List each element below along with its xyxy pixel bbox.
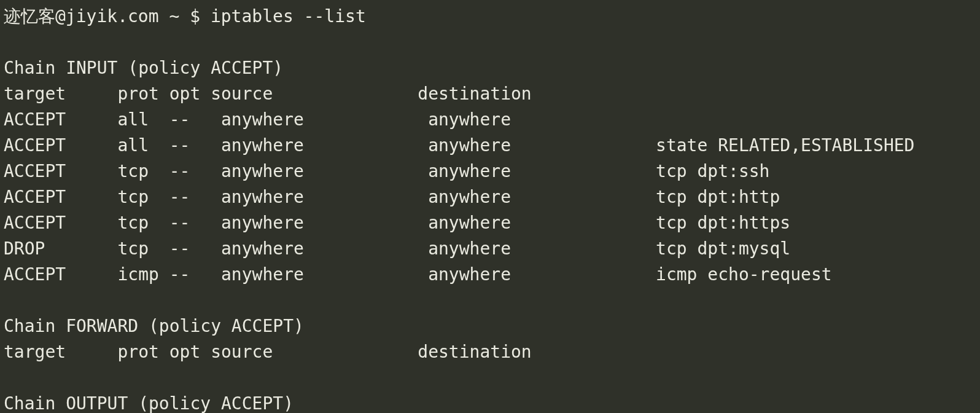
- prompt-symbol: $: [190, 6, 200, 26]
- prompt-user: 迹忆客@jiyik.com: [4, 6, 159, 26]
- command-text: iptables --list: [211, 6, 366, 26]
- terminal-output[interactable]: 迹忆客@jiyik.com ~ $ iptables --list Chain …: [0, 0, 980, 413]
- prompt-line: 迹忆客@jiyik.com ~ $ iptables --list: [4, 4, 980, 30]
- command-output: Chain INPUT (policy ACCEPT) target prot …: [4, 58, 914, 413]
- prompt-path: ~: [169, 6, 179, 26]
